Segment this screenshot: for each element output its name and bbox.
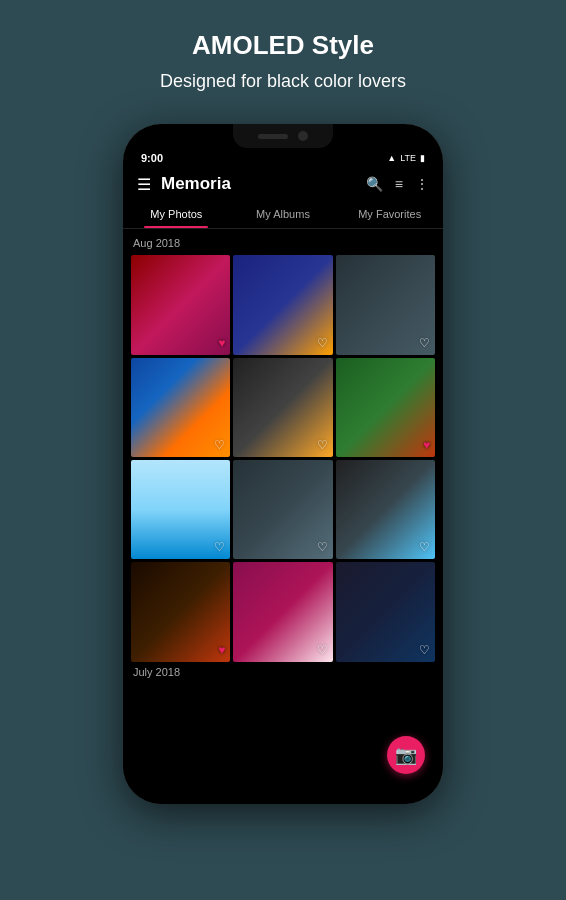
photo-content: Aug 2018 ♥ ♡ ♡ <box>123 229 443 804</box>
search-icon[interactable]: 🔍 <box>366 176 383 192</box>
signal-label: LTE <box>400 153 416 163</box>
heart-icon-1[interactable]: ♥ <box>218 336 225 350</box>
tabs-bar: My Photos My Albums My Favorites <box>123 200 443 229</box>
photo-bg-1 <box>131 255 230 354</box>
tab-my-photos[interactable]: My Photos <box>123 200 230 228</box>
photo-item-10[interactable]: ♥ <box>131 562 230 661</box>
section-aug-2018: Aug 2018 <box>131 237 435 249</box>
camera-icon: 📷 <box>395 744 417 766</box>
status-icons: ▲ LTE ▮ <box>387 153 425 163</box>
speaker <box>258 134 288 139</box>
section-july-2018: July 2018 <box>131 662 435 680</box>
heart-icon-9[interactable]: ♡ <box>419 540 430 554</box>
promo-header: AMOLED Style Designed for black color lo… <box>120 0 446 114</box>
phone-mockup: 9:00 ▲ LTE ▮ ☰ Memoria 🔍 ≡ ⋮ <box>123 124 443 804</box>
heart-icon-11[interactable]: ♡ <box>317 643 328 657</box>
status-time: 9:00 <box>141 152 163 164</box>
wifi-icon: ▲ <box>387 153 396 163</box>
menu-icon[interactable]: ☰ <box>137 175 151 194</box>
phone-notch <box>233 124 333 148</box>
phone-screen: 9:00 ▲ LTE ▮ ☰ Memoria 🔍 ≡ ⋮ <box>123 124 443 804</box>
photo-item-6[interactable]: ♥ <box>336 358 435 457</box>
photo-item-5[interactable]: ♡ <box>233 358 332 457</box>
promo-subtitle: Designed for black color lovers <box>160 69 406 94</box>
photo-bg-6 <box>336 358 435 457</box>
photo-item-4[interactable]: ♡ <box>131 358 230 457</box>
photo-item-3[interactable]: ♡ <box>336 255 435 354</box>
photo-item-12[interactable]: ♡ <box>336 562 435 661</box>
filter-icon[interactable]: ≡ <box>395 176 403 192</box>
heart-icon-3[interactable]: ♡ <box>419 336 430 350</box>
photo-item-11[interactable]: ♡ <box>233 562 332 661</box>
app-title: Memoria <box>161 174 366 194</box>
heart-icon-10[interactable]: ♥ <box>218 643 225 657</box>
promo-title: AMOLED Style <box>160 30 406 61</box>
app-bar: ☰ Memoria 🔍 ≡ ⋮ <box>123 168 443 200</box>
photo-item-9[interactable]: ♡ <box>336 460 435 559</box>
photo-item-7[interactable]: ♡ <box>131 460 230 559</box>
heart-icon-7[interactable]: ♡ <box>214 540 225 554</box>
photo-item-8[interactable]: ♡ <box>233 460 332 559</box>
heart-icon-5[interactable]: ♡ <box>317 438 328 452</box>
toolbar-icons: 🔍 ≡ ⋮ <box>366 176 429 192</box>
more-icon[interactable]: ⋮ <box>415 176 429 192</box>
heart-icon-8[interactable]: ♡ <box>317 540 328 554</box>
tab-my-favorites[interactable]: My Favorites <box>336 200 443 228</box>
tab-my-albums[interactable]: My Albums <box>230 200 337 228</box>
photo-item-1[interactable]: ♥ <box>131 255 230 354</box>
photo-item-2[interactable]: ♡ <box>233 255 332 354</box>
photo-bg-10 <box>131 562 230 661</box>
photo-grid: ♥ ♡ ♡ ♡ <box>131 255 435 661</box>
camera <box>298 131 308 141</box>
battery-icon: ▮ <box>420 153 425 163</box>
heart-icon-2[interactable]: ♡ <box>317 336 328 350</box>
phone-shell: 9:00 ▲ LTE ▮ ☰ Memoria 🔍 ≡ ⋮ <box>123 124 443 804</box>
heart-icon-12[interactable]: ♡ <box>419 643 430 657</box>
heart-icon-6[interactable]: ♥ <box>423 438 430 452</box>
heart-icon-4[interactable]: ♡ <box>214 438 225 452</box>
camera-fab[interactable]: 📷 <box>387 736 425 774</box>
